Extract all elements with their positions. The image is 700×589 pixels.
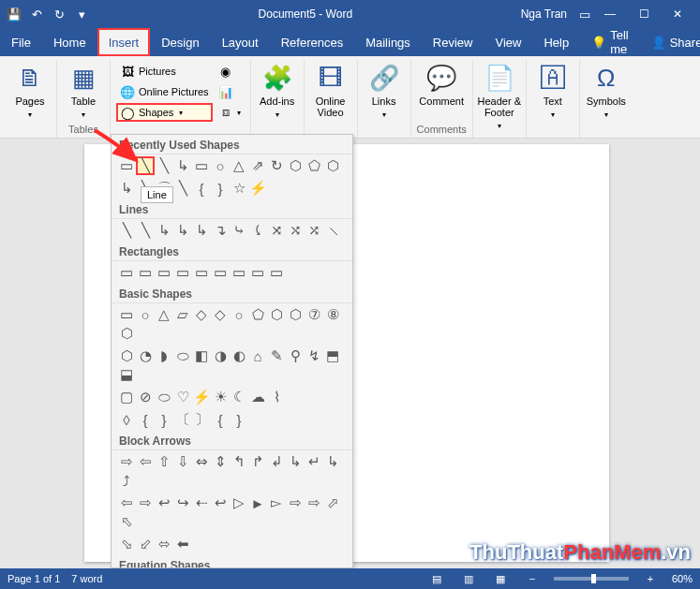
shape-item[interactable]: ☆ xyxy=(230,179,248,198)
shape-item[interactable]: ⇨ xyxy=(136,493,155,512)
shape-item[interactable]: ⬄ xyxy=(155,535,173,553)
shape-item[interactable]: ⑦ xyxy=(305,305,323,324)
shape-item[interactable]: } xyxy=(211,179,230,198)
shape-item[interactable]: ↳ xyxy=(173,156,192,175)
shape-item[interactable]: ⬡ xyxy=(117,324,136,343)
pictures-button[interactable]: 🖼Pictures xyxy=(116,62,213,81)
shape-item[interactable]: ▭ xyxy=(230,263,248,282)
shape-item[interactable]: ▭ xyxy=(248,263,267,282)
shape-item[interactable]: ⇨ xyxy=(305,493,323,512)
links-button[interactable]: 🔗Links▾ xyxy=(364,60,405,120)
minimize-button[interactable]: — xyxy=(593,0,627,28)
shape-item[interactable]: ► xyxy=(248,493,267,512)
text-button[interactable]: 🄰Text▾ xyxy=(532,60,573,120)
shape-item[interactable]: ⇨ xyxy=(286,493,305,512)
shape-item[interactable]: ○ xyxy=(230,305,248,324)
shape-item[interactable]: ⇧ xyxy=(155,452,173,471)
shape-item[interactable]: ▻ xyxy=(267,493,286,512)
tab-file[interactable]: File xyxy=(0,28,42,56)
shape-item[interactable]: ↻ xyxy=(267,156,286,175)
save-icon[interactable]: 💾 xyxy=(6,6,22,22)
shape-item[interactable]: ↲ xyxy=(267,452,286,471)
shape-item[interactable]: ▭ xyxy=(173,263,192,282)
shape-item[interactable]: ↳ xyxy=(286,452,305,471)
shape-item[interactable]: ↳ xyxy=(192,221,211,240)
shape-item[interactable]: ◊ xyxy=(117,410,136,429)
shape-item[interactable]: ○ xyxy=(211,156,230,175)
shape-item[interactable]: ▭ xyxy=(192,156,211,175)
tab-view[interactable]: View xyxy=(484,28,532,56)
shape-item[interactable]: ⇗ xyxy=(248,156,267,175)
close-button[interactable]: ✕ xyxy=(661,0,694,28)
shape-item[interactable]: ◐ xyxy=(230,346,248,365)
shape-item[interactable]: ◇ xyxy=(192,305,211,324)
shape-item[interactable]: ▭ xyxy=(192,263,211,282)
shape-item[interactable]: ○ xyxy=(136,305,155,324)
online-pictures-button[interactable]: 🌐Online Pictures xyxy=(116,82,213,101)
icons-button[interactable]: ◉ xyxy=(215,62,245,81)
shape-item[interactable]: ↳ xyxy=(323,452,342,471)
tab-design[interactable]: Design xyxy=(150,28,210,56)
shape-item[interactable]: ↯ xyxy=(305,346,323,365)
shape-item[interactable]: ⤹ xyxy=(248,221,267,240)
zoom-out-button[interactable]: − xyxy=(522,570,543,587)
shape-item[interactable]: ⤨ xyxy=(267,221,286,240)
shape-item[interactable]: ⇔ xyxy=(192,452,211,471)
shape-item[interactable]: ⬅ xyxy=(173,535,192,553)
shape-item[interactable]: ╲ xyxy=(117,221,136,240)
shape-item[interactable]: ⬡ xyxy=(286,156,305,175)
shape-item[interactable]: } xyxy=(155,410,173,429)
ribbon-display-icon[interactable]: ▭ xyxy=(576,6,593,22)
shape-item[interactable]: ↩ xyxy=(155,493,173,512)
shape-item[interactable]: ⇕ xyxy=(211,452,230,471)
shape-item[interactable]: ╲ xyxy=(155,156,173,175)
shape-item[interactable]: ▭ xyxy=(136,263,155,282)
shape-item[interactable]: ⬁ xyxy=(117,512,136,531)
shape-item[interactable]: ↵ xyxy=(305,452,323,471)
zoom-slider[interactable] xyxy=(554,577,629,581)
tab-layout[interactable]: Layout xyxy=(211,28,270,56)
shape-item[interactable]: ▷ xyxy=(230,493,248,512)
shape-item[interactable]: ⬭ xyxy=(173,346,192,365)
shape-item[interactable]: ⇦ xyxy=(136,452,155,471)
shape-item[interactable]: ▢ xyxy=(117,388,136,406)
word-count[interactable]: 7 word xyxy=(71,573,102,584)
shape-item[interactable]: ⊘ xyxy=(136,388,155,406)
comment-button[interactable]: 💬Comment xyxy=(421,60,462,120)
shape-item[interactable]: ⬀ xyxy=(323,493,342,512)
shape-item[interactable]: ⬂ xyxy=(117,535,136,553)
shape-item[interactable]: { xyxy=(211,410,230,429)
tab-help[interactable]: Help xyxy=(532,28,580,56)
shape-item[interactable]: ⬃ xyxy=(136,535,155,553)
shape-item[interactable]: ╲ xyxy=(136,221,155,240)
shape-item[interactable]: { xyxy=(136,410,155,429)
shape-item[interactable]: ◧ xyxy=(192,346,211,365)
shape-item[interactable]: { xyxy=(192,179,211,198)
shape-item[interactable]: ↴ xyxy=(211,221,230,240)
shape-item[interactable]: ⬠ xyxy=(248,305,267,324)
shape-item[interactable]: ⌂ xyxy=(248,346,267,365)
shape-item[interactable]: △ xyxy=(155,305,173,324)
maximize-button[interactable]: ☐ xyxy=(627,0,661,28)
shape-item[interactable]: ⇩ xyxy=(173,452,192,471)
shape-item[interactable]: ↳ xyxy=(117,179,136,198)
tab-insert[interactable]: Insert xyxy=(97,28,151,56)
shape-item[interactable]: ⤷ xyxy=(230,221,248,240)
shape-item[interactable]: ☾ xyxy=(230,388,248,406)
online-video-button[interactable]: 🎞Online Video xyxy=(310,60,351,120)
shape-item[interactable]: ▭ xyxy=(117,263,136,282)
shape-item[interactable]: ⚲ xyxy=(286,346,305,365)
shape-item[interactable]: ◇ xyxy=(211,305,230,324)
share-button[interactable]: 👤Share xyxy=(640,28,700,56)
shape-item[interactable]: ▭ xyxy=(155,263,173,282)
shape-item[interactable]: ↰ xyxy=(230,452,248,471)
screenshot-button[interactable]: ⧈▾ xyxy=(215,103,245,122)
shape-item[interactable]: ⌇ xyxy=(267,388,286,406)
shape-item[interactable]: ▱ xyxy=(173,305,192,324)
web-layout-icon[interactable]: ▦ xyxy=(490,570,511,587)
chart-button[interactable]: 📊 xyxy=(215,82,245,101)
header-footer-button[interactable]: 📄Header & Footer▾ xyxy=(479,60,520,120)
shape-item[interactable]: ◗ xyxy=(155,346,173,365)
zoom-in-button[interactable]: + xyxy=(640,570,661,587)
table-button[interactable]: ▦ Table▾ xyxy=(63,60,104,120)
